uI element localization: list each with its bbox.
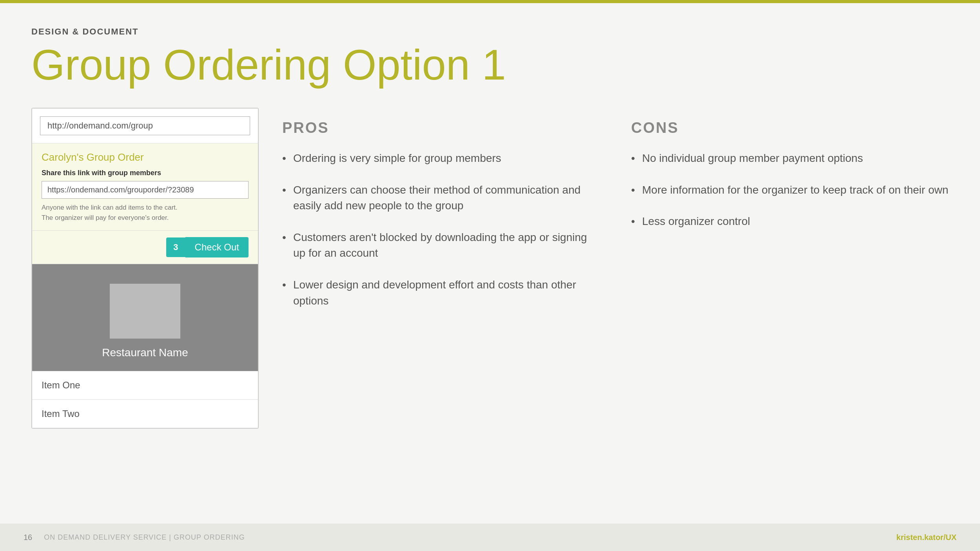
cons-section: CONS No individual group member payment … <box>631 120 949 324</box>
pros-heading: PROS <box>282 120 600 136</box>
group-order-section: Carolyn's Group Order Share this link wi… <box>32 143 258 231</box>
pros-section: PROS Ordering is very simple for group m… <box>282 120 600 324</box>
group-order-title: Carolyn's Group Order <box>42 151 249 163</box>
cons-list: No individual group member payment optio… <box>631 150 949 230</box>
url-bar[interactable]: http://ondemand.com/group <box>40 116 250 135</box>
url-bar-area: http://ondemand.com/group <box>32 109 258 143</box>
share-link-input[interactable] <box>42 181 249 199</box>
label-tag: DESIGN & DOCUMENT <box>31 27 949 37</box>
pros-cons-area: PROS Ordering is very simple for group m… <box>282 108 949 324</box>
checkout-area: 3 Check Out <box>32 231 258 264</box>
pros-list: Ordering is very simple for group member… <box>282 150 600 309</box>
footer-brand: kristen.kator/UX <box>897 533 956 542</box>
pros-list-item: Customers aren't blocked by downloading … <box>282 230 600 261</box>
footer-label: ON DEMAND DELIVERY SERVICE | GROUP ORDER… <box>44 533 245 542</box>
footer-left: 16 ON DEMAND DELIVERY SERVICE | GROUP OR… <box>24 533 245 542</box>
pros-list-item: Ordering is very simple for group member… <box>282 150 600 167</box>
cons-list-item: More information for the organizer to ke… <box>631 182 949 198</box>
menu-item-one[interactable]: Item One <box>32 371 258 400</box>
share-label: Share this link with group members <box>42 169 249 177</box>
helper-text: Anyone with the link can add items to th… <box>42 203 249 223</box>
menu-items: Item One Item Two <box>32 371 258 428</box>
menu-item-two[interactable]: Item Two <box>32 400 258 428</box>
pros-list-item: Lower design and development effort and … <box>282 277 600 309</box>
restaurant-area: Restaurant Name <box>32 264 258 371</box>
content-area: http://ondemand.com/group Carolyn's Grou… <box>31 108 949 429</box>
checkout-badge: 3 <box>166 237 185 257</box>
top-bar <box>0 0 980 3</box>
cons-list-item: No individual group member payment optio… <box>631 150 949 167</box>
restaurant-name: Restaurant Name <box>40 346 250 359</box>
pros-list-item: Organizers can choose their method of co… <box>282 182 600 214</box>
restaurant-image-placeholder <box>110 284 180 339</box>
page-title: Group Ordering Option 1 <box>31 41 949 88</box>
main-content: DESIGN & DOCUMENT Group Ordering Option … <box>0 3 980 491</box>
ui-mockup-card: http://ondemand.com/group Carolyn's Grou… <box>31 108 259 429</box>
cons-heading: CONS <box>631 120 949 136</box>
footer: 16 ON DEMAND DELIVERY SERVICE | GROUP OR… <box>0 524 980 551</box>
checkout-button[interactable]: 3 Check Out <box>166 237 249 257</box>
checkout-text: Check Out <box>185 237 249 257</box>
page-number: 16 <box>24 533 32 542</box>
cons-list-item: Less organizer control <box>631 214 949 230</box>
